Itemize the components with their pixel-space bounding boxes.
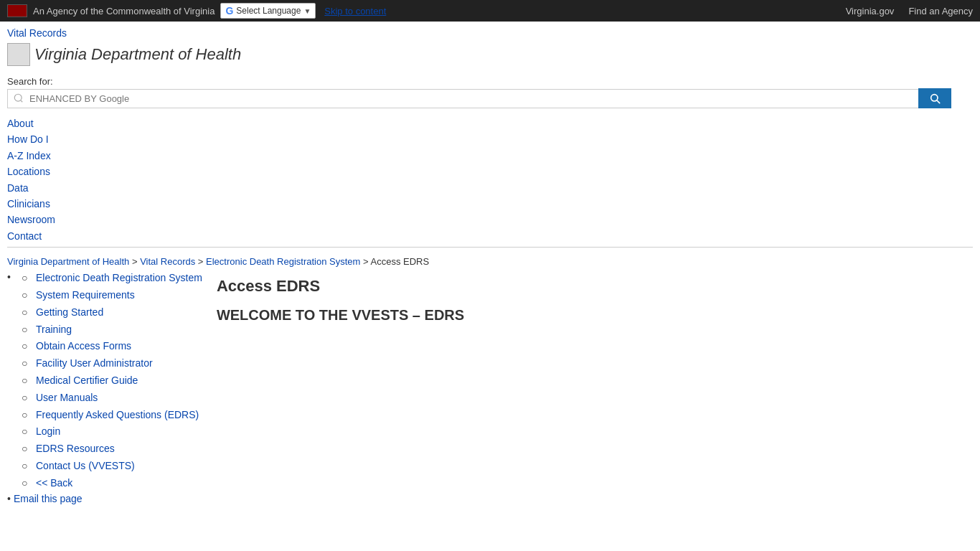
side-nav-item-sysreq: ○ System Requirements	[22, 287, 202, 304]
side-nav-item-email: • Email this page	[7, 493, 202, 504]
user-manuals-link[interactable]: User Manuals	[36, 390, 98, 407]
side-nav-item-obtain-access: ○ Obtain Access Forms	[22, 338, 202, 355]
side-nav-bullet: • ○ Electronic Death Registration System…	[7, 270, 202, 491]
training-link[interactable]: Training	[36, 321, 72, 339]
main-nav-item-about: About	[7, 116, 973, 131]
about-link[interactable]: About	[7, 116, 973, 131]
medical-certifier-guide-link[interactable]: Medical Certifier Guide	[36, 372, 138, 390]
side-nav-list: • ○ Electronic Death Registration System…	[7, 270, 202, 504]
system-requirements-link[interactable]: System Requirements	[36, 287, 135, 304]
main-content: Access EDRS WELCOME TO THE VVESTS – EDRS	[202, 270, 973, 504]
main-nav-item-howdoi: How Do I	[7, 131, 973, 147]
email-bullet: •	[7, 493, 11, 504]
facility-user-admin-link[interactable]: Facility User Administrator	[36, 355, 153, 372]
search-input[interactable]	[7, 89, 918, 108]
side-nav-item-user-manuals: ○ User Manuals	[22, 390, 202, 407]
newsroom-link[interactable]: Newsroom	[7, 212, 973, 227]
search-button[interactable]	[918, 88, 951, 108]
data-link[interactable]: Data	[7, 180, 973, 196]
virginia-gov-link[interactable]: Virginia.gov	[846, 6, 895, 17]
find-agency-link[interactable]: Find an Agency	[908, 6, 973, 17]
breadcrumb-vital-records[interactable]: Vital Records	[140, 256, 195, 267]
back-link[interactable]: << Back	[36, 475, 72, 492]
main-nav-item-azindex: A-Z Index	[7, 148, 973, 164]
side-nav-item-back: ○ << Back	[22, 475, 202, 492]
search-icon	[929, 93, 941, 104]
page-heading: Access EDRS	[217, 277, 973, 296]
clinicians-link[interactable]: Clinicians	[7, 196, 973, 212]
outer-bullet: •	[7, 271, 22, 283]
side-nav-item-medical-certifier: ○ Medical Certifier Guide	[22, 372, 202, 390]
main-nav-item-clinicians: Clinicians	[7, 196, 973, 212]
google-translate-widget[interactable]: G Select Language ▼	[220, 3, 316, 19]
svg-line-1	[937, 100, 940, 103]
main-nav-list: About How Do I A-Z Index Locations Data …	[7, 116, 973, 244]
locations-link[interactable]: Locations	[7, 164, 973, 179]
top-bar-left: An Agency of the Commonwealth of Virgini…	[7, 3, 386, 19]
getting-started-link[interactable]: Getting Started	[36, 304, 103, 321]
content-area: • ○ Electronic Death Registration System…	[0, 270, 980, 504]
breadcrumb-sep-1: >	[132, 256, 140, 267]
side-nav-item-facility-admin: ○ Facility User Administrator	[22, 355, 202, 372]
breadcrumb-current: Access EDRS	[371, 256, 430, 267]
virginia-flag-icon	[7, 4, 27, 17]
top-bar: An Agency of the Commonwealth of Virgini…	[0, 0, 980, 22]
contact-link[interactable]: Contact	[7, 228, 973, 244]
faq-link[interactable]: Frequently Asked Questions (EDRS)	[36, 407, 199, 424]
breadcrumb-edrs[interactable]: Electronic Death Registration System	[206, 256, 360, 267]
header: Vital Records Virginia Department of Hea…	[0, 22, 980, 72]
breadcrumb: Virginia Department of Health > Vital Re…	[0, 250, 980, 270]
how-do-i-link[interactable]: How Do I	[7, 131, 973, 147]
main-nav-item-newsroom: Newsroom	[7, 212, 973, 227]
main-nav-item-locations: Locations	[7, 164, 973, 179]
login-link[interactable]: Login	[36, 423, 60, 441]
vital-records-link[interactable]: Vital Records	[7, 27, 67, 39]
welcome-heading: WELCOME TO THE VVESTS – EDRS	[217, 307, 973, 324]
main-nav-item-contact: Contact	[7, 228, 973, 244]
breadcrumb-sep-2: >	[198, 256, 206, 267]
search-label: Search for:	[7, 76, 973, 87]
translate-label: Select Language	[236, 6, 301, 16]
nav-divider	[7, 247, 973, 248]
main-nav-item-data: Data	[7, 180, 973, 196]
side-nav-outer-item: • ○ Electronic Death Registration System…	[7, 270, 202, 491]
side-nav-item-faq: ○ Frequently Asked Questions (EDRS)	[22, 407, 202, 424]
logo-icon	[7, 43, 30, 66]
search-area: Search for:	[7, 76, 973, 108]
contact-vvests-link[interactable]: Contact Us (VVESTS)	[36, 458, 135, 475]
skip-to-content-link[interactable]: Skip to content	[324, 6, 386, 17]
side-nav: • ○ Electronic Death Registration System…	[7, 270, 202, 504]
agency-text: An Agency of the Commonwealth of Virgini…	[33, 6, 215, 17]
main-nav: About How Do I A-Z Index Locations Data …	[0, 113, 980, 244]
email-this-page-link[interactable]: Email this page	[14, 493, 83, 504]
breadcrumb-vdh[interactable]: Virginia Department of Health	[7, 256, 129, 267]
edrs-resources-link[interactable]: EDRS Resources	[36, 441, 115, 458]
google-g-icon: G	[225, 5, 233, 17]
top-bar-right: Virginia.gov Find an Agency	[846, 6, 973, 17]
breadcrumb-sep-3: >	[363, 256, 371, 267]
search-row	[7, 88, 973, 108]
side-nav-item-training: ○ Training	[22, 321, 202, 339]
side-nav-item-contact-vvests: ○ Contact Us (VVESTS)	[22, 458, 202, 475]
side-nav-sublist: ○ Electronic Death Registration System ○…	[22, 270, 202, 491]
side-nav-item-login: ○ Login	[22, 423, 202, 441]
translate-arrow-icon: ▼	[303, 7, 311, 15]
side-nav-item-getting-started: ○ Getting Started	[22, 304, 202, 321]
edrs-link[interactable]: Electronic Death Registration System	[36, 270, 202, 287]
az-index-link[interactable]: A-Z Index	[7, 148, 973, 164]
side-nav-item-edrs-resources: ○ EDRS Resources	[22, 441, 202, 458]
site-logo: Virginia Department of Health	[7, 43, 973, 66]
side-nav-item-edrs: ○ Electronic Death Registration System	[22, 270, 202, 287]
logo-area: Virginia Department of Health	[7, 43, 973, 66]
obtain-access-forms-link[interactable]: Obtain Access Forms	[36, 338, 131, 355]
